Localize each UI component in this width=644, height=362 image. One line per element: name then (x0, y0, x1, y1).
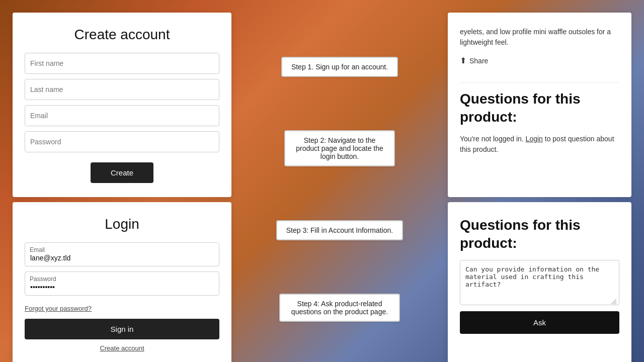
create-account-title: Create account (74, 27, 170, 43)
questions-title-bottom: Questions for this product: (460, 216, 619, 253)
resize-handle-icon (610, 298, 617, 305)
forgot-password-button[interactable]: Forgot your password? (25, 305, 92, 312)
first-name-input[interactable] (25, 53, 219, 74)
login-link[interactable]: Login (526, 135, 543, 143)
login-password-input[interactable] (25, 272, 219, 296)
questions-title-top: Questions for this product: (460, 90, 619, 127)
step-3-bubble: Step 3: Fill in Account Information. (276, 220, 403, 240)
ask-button[interactable]: Ask (460, 311, 619, 334)
password-field-group: Password (25, 272, 219, 296)
step-2-bubble: Step 2: Navigate to the product page and… (284, 130, 395, 166)
textarea-wrapper: Can you provide information on the mater… (460, 260, 619, 307)
login-email-input[interactable] (25, 242, 219, 266)
email-input[interactable] (25, 105, 219, 126)
product-bottom-card: Questions for this product: Can you prov… (448, 202, 631, 362)
create-account-card: Create account Create (13, 13, 231, 197)
svg-line-2 (615, 303, 616, 304)
create-button[interactable]: Create (91, 162, 153, 183)
step-4-text: Step 4: Ask product-related questions on… (291, 300, 388, 316)
divider (460, 82, 619, 83)
share-icon: ⬆ (460, 56, 466, 65)
login-title: Login (105, 216, 139, 232)
email-field-group: Email (25, 242, 219, 266)
steps-column: Step 1. Sign up for an account. Step 2: … (236, 10, 443, 362)
create-account-link[interactable]: Create account (100, 344, 144, 352)
step-1-bubble: Step 1. Sign up for an account. (281, 57, 398, 77)
question-textarea[interactable]: Can you provide information on the mater… (460, 260, 619, 305)
last-name-input[interactable] (25, 79, 219, 100)
password-input[interactable] (25, 131, 219, 152)
login-card: Login Email Password Forgot your passwor… (13, 202, 231, 362)
sign-in-button[interactable]: Sign in (25, 319, 219, 339)
product-description: eyelets, and low profile mini waffle out… (460, 27, 619, 48)
product-top-card: eyelets, and low profile mini waffle out… (448, 13, 631, 197)
share-button[interactable]: ⬆ Share (460, 56, 619, 65)
step-2-text: Step 2: Navigate to the product page and… (296, 136, 383, 160)
step-4-bubble: Step 4: Ask product-related questions on… (279, 294, 400, 322)
not-logged-in-text: You're not logged in. Login to post ques… (460, 134, 619, 155)
